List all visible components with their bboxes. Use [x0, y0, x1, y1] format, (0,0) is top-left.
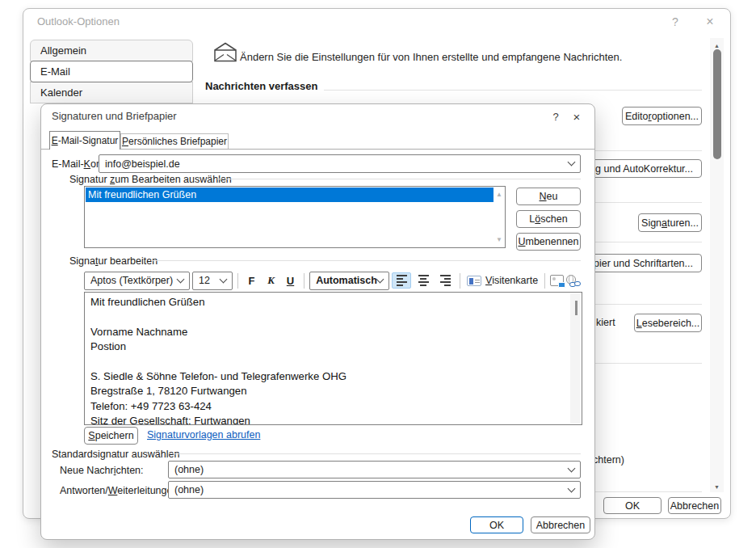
list-scroll-down-icon[interactable]: ▼	[496, 236, 502, 243]
window-help-button[interactable]: ?	[664, 13, 687, 31]
replies-forwards-select[interactable]: (ohne)	[168, 481, 581, 499]
new-messages-select[interactable]: (ohne)	[168, 461, 581, 478]
bold-button[interactable]: F	[243, 272, 260, 289]
dialog-title: Signaturen und Briefpapier	[52, 110, 177, 122]
dialog-ok-button[interactable]: OK	[470, 516, 523, 533]
group-line	[151, 260, 581, 261]
email-account-select[interactable]: info@beispiel.de	[99, 154, 581, 173]
screen: Outlook-Optionen ? × Allgemein E-Mail Ka…	[0, 0, 756, 548]
window-scrollbar-thumb[interactable]	[713, 49, 721, 159]
new-messages-label: Neue Nachrichten:	[60, 465, 144, 476]
toolbar-divider	[460, 273, 460, 289]
sidebar-item-allgemein[interactable]: Allgemein	[30, 40, 193, 61]
edit-signature-group-label: Signatur bearbeiten	[69, 255, 158, 267]
rename-signature-button[interactable]: Umbenennen	[516, 233, 581, 251]
envelope-icon	[212, 41, 238, 64]
group-separator	[581, 363, 702, 364]
align-left-icon	[397, 275, 407, 286]
label-fragment-chtern: chtern)	[593, 454, 624, 466]
tab-strip-line	[41, 149, 594, 150]
picture-icon	[552, 277, 556, 280]
insert-picture-button[interactable]	[550, 275, 564, 286]
group-separator	[581, 242, 702, 242]
chevron-down-icon	[568, 158, 576, 167]
reading-pane-button[interactable]: Lesebereich...	[634, 314, 702, 332]
chevron-down-icon	[568, 484, 576, 492]
editor-options-button[interactable]: Editoroptionen...	[622, 107, 702, 125]
window-title: Outlook-Optionen	[37, 15, 120, 27]
save-button[interactable]: Speichern	[84, 427, 138, 445]
email-account-value: info@beispiel.de	[105, 158, 569, 170]
footer-separator	[581, 491, 702, 492]
label-fragment-kiert: kiert	[596, 317, 615, 328]
sidebar-item-label: Allgemein	[40, 44, 86, 57]
align-center-button[interactable]	[414, 272, 433, 289]
new-signature-button[interactable]: Neu	[516, 188, 581, 205]
signatures-button[interactable]: Signaturen...	[638, 213, 702, 232]
font-size-value: 12	[199, 275, 220, 286]
chevron-down-icon	[376, 275, 384, 283]
insert-hyperlink-button[interactable]	[566, 275, 581, 287]
sidebar-item-kalender[interactable]: Kalender	[30, 82, 193, 103]
business-card-button[interactable]: Visitenkarte	[465, 275, 540, 286]
tab-label: Persönliches Briefpapier	[122, 136, 227, 147]
window-ok-button[interactable]: OK	[603, 497, 662, 514]
group-separator	[581, 202, 702, 203]
group-separator	[581, 150, 702, 151]
sidebar-item-label: E-Mail	[40, 65, 70, 78]
compose-messages-heading: Nachrichten verfassen	[205, 80, 317, 92]
delete-signature-button[interactable]: Löschen	[516, 210, 581, 228]
italic-button[interactable]: K	[262, 272, 279, 289]
toolbar-divider	[304, 273, 304, 289]
align-left-button[interactable]	[392, 272, 411, 289]
signature-listbox[interactable]: Mit freundlichen Grüßen ▲ ▼	[84, 186, 506, 248]
signature-templates-link[interactable]: Signaturvorlagen abrufen	[147, 429, 260, 441]
font-family-value: Aptos (Textkörper)	[90, 275, 178, 286]
font-family-select[interactable]: Aptos (Textkörper)	[84, 272, 190, 290]
font-color-select[interactable]: Automatisch	[309, 272, 389, 290]
underline-button[interactable]: U	[282, 272, 299, 289]
dialog-cancel-button[interactable]: Abbrechen	[531, 516, 590, 533]
group-separator	[581, 304, 702, 305]
signatures-stationery-dialog: Signaturen und Briefpapier ? × E-Mail-Si…	[40, 103, 595, 540]
tab-personal-stationery[interactable]: Persönliches Briefpapier	[120, 133, 229, 149]
chevron-down-icon	[220, 275, 228, 283]
picture-screen-icon	[558, 282, 565, 288]
replies-forwards-label: Antworten/Weiterleitungen:	[60, 485, 181, 496]
font-size-select[interactable]: 12	[192, 272, 233, 290]
chevron-down-icon	[177, 275, 185, 283]
align-center-icon	[418, 275, 429, 286]
sidebar-item-label: Kalender	[40, 86, 82, 99]
business-card-label: Visitenkarte	[485, 275, 538, 286]
align-right-icon	[440, 275, 451, 286]
toolbar-divider	[544, 273, 545, 289]
list-scroll-up-icon[interactable]: ▲	[496, 191, 502, 198]
group-line	[217, 179, 581, 179]
toolbar-divider	[237, 273, 238, 289]
replies-forwards-value: (ohne)	[174, 484, 569, 495]
new-messages-value: (ohne)	[174, 464, 569, 475]
scrollbar-down-icon[interactable]: ▼	[710, 481, 724, 492]
list-item-label: Mit freundlichen Grüßen	[88, 189, 196, 200]
align-right-button[interactable]	[435, 272, 455, 289]
window-close-icon[interactable]: ×	[699, 13, 721, 31]
business-card-icon	[467, 276, 481, 286]
signature-editor[interactable]: Mit freundlichen Grüßen Vorname Nachname…	[84, 292, 582, 425]
dialog-close-icon[interactable]: ×	[566, 107, 587, 125]
select-signature-group-label: Signatur zum Bearbeiten auswählen	[69, 174, 232, 185]
signature-list-item-selected[interactable]: Mit freundlichen Grüßen	[86, 188, 494, 202]
font-color-value: Automatisch	[316, 275, 377, 286]
window-cancel-button[interactable]: Abbrechen	[668, 497, 721, 514]
mail-settings-description: Ändern Sie die Einstellungen für von Ihn…	[240, 51, 622, 63]
signature-text: Mit freundlichen Grüßen Vorname Nachname…	[90, 295, 567, 424]
formatting-toolbar: Aptos (Textkörper) 12 F K U Automatisch	[84, 271, 582, 290]
chevron-down-icon	[568, 464, 576, 472]
dialog-help-button[interactable]: ?	[545, 107, 566, 125]
tab-label: E-Mail-Signatur	[52, 135, 119, 146]
default-signature-group-label: Standardsignatur auswählen	[52, 449, 179, 460]
sidebar-item-email[interactable]: E-Mail	[30, 61, 193, 82]
heading-separator	[324, 90, 702, 91]
editor-scrollbar-thumb[interactable]	[575, 301, 578, 315]
tab-email-signature[interactable]: E-Mail-Signatur	[49, 131, 120, 150]
chain-link-icon	[574, 281, 581, 286]
